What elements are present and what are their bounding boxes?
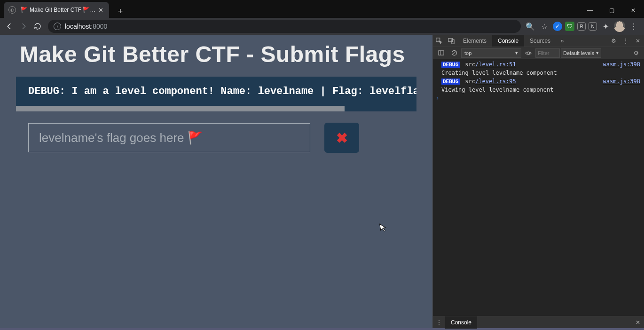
console-settings-icon[interactable]: ⚙	[630, 50, 642, 56]
devtools-tabstrip: Elements Console Sources » ⚙ ⋮ ✕	[433, 35, 644, 47]
tab-elements[interactable]: Elements	[457, 35, 492, 47]
new-tab-button[interactable]: +	[114, 5, 127, 18]
bookmark-star-icon[interactable]: ☆	[539, 21, 550, 32]
log-link[interactable]: wasm.js:398	[603, 78, 640, 85]
tab-title: Make Git Better CTF 🚩 Subm	[30, 7, 97, 13]
levels-label: Default levels	[563, 50, 594, 56]
url-text: localhost:8000	[65, 23, 107, 30]
devtools-close-icon[interactable]: ✕	[632, 35, 644, 47]
context-label: top	[464, 50, 471, 56]
window-controls: — ▢ ✕	[579, 3, 644, 18]
log-badge: DEBUG	[441, 62, 460, 68]
browser-tab[interactable]: ◐ 🚩 Make Git Better CTF 🚩 Subm ✕	[4, 2, 109, 18]
console-toolbar: top▾ Default levels▾ ⚙	[433, 47, 644, 59]
console-filter-input[interactable]	[535, 48, 560, 58]
site-info-icon[interactable]: i	[54, 23, 61, 30]
extension-n-icon[interactable]: N	[589, 22, 597, 31]
drawer-close-icon[interactable]: ✕	[632, 319, 644, 326]
favicon-icon: ◐	[8, 6, 16, 14]
window-bottom-border	[0, 328, 644, 330]
address-bar[interactable]: i localhost:8000	[48, 20, 521, 33]
cross-icon: ✖	[336, 130, 348, 146]
tab-close-button[interactable]: ✕	[97, 6, 104, 14]
drawer-menu-icon[interactable]: ⋮	[433, 319, 445, 326]
scrollbar-thumb[interactable]	[16, 106, 345, 111]
console-output[interactable]: DEBUG src/level.rs:51 wasm.js:398 Creati…	[433, 59, 644, 316]
live-expression-icon[interactable]	[522, 50, 534, 56]
flag-icon: 🚩	[21, 7, 28, 13]
flag-submit-row: ✖	[28, 123, 432, 153]
devtools-drawer: ⋮ Console ✕	[433, 316, 644, 328]
debug-banner: DEBUG: I am a level component! Name: lev…	[16, 77, 416, 106]
log-badge: DEBUG	[441, 79, 460, 85]
console-log-entry: DEBUG src/level.rs:95 wasm.js:398 Viewin…	[433, 77, 644, 94]
log-source: src/level.rs:95	[465, 78, 516, 85]
chevron-down-icon: ▾	[596, 50, 599, 56]
browser-toolbar: i localhost:8000 🔍 ☆ ✓ 🛡 R N ✦ ⋮	[0, 18, 644, 35]
device-toolbar-icon[interactable]	[445, 35, 457, 47]
clear-console-icon[interactable]	[448, 50, 460, 56]
horizontal-scrollbar[interactable]	[16, 106, 416, 111]
page-title: Make Git Better CTF - Submit Flags	[0, 35, 432, 74]
extension-blue-icon[interactable]: ✓	[553, 22, 562, 31]
log-levels-selector[interactable]: Default levels▾	[561, 48, 601, 58]
svg-point-7	[527, 52, 529, 54]
context-selector[interactable]: top▾	[461, 48, 521, 58]
console-sidebar-toggle-icon[interactable]	[435, 50, 447, 56]
svg-rect-3	[438, 51, 443, 55]
flag-input[interactable]	[39, 131, 299, 145]
browser-menu-icon[interactable]: ⋮	[628, 21, 639, 32]
flag-input-container	[28, 123, 310, 152]
profile-avatar[interactable]	[614, 21, 625, 32]
tab-console[interactable]: Console	[492, 35, 524, 47]
inspect-element-icon[interactable]	[433, 35, 445, 47]
devtools-settings-icon[interactable]: ⚙	[607, 35, 620, 47]
page-content: Make Git Better CTF - Submit Flags DEBUG…	[0, 35, 432, 328]
mouse-cursor-icon	[379, 222, 388, 233]
devtools-menu-icon[interactable]: ⋮	[620, 35, 632, 47]
log-message: Viewing level levelname component	[441, 86, 640, 94]
submit-flag-button[interactable]: ✖	[324, 123, 359, 153]
debug-text: DEBUG: I am a level component! Name: lev…	[28, 86, 416, 97]
log-link[interactable]: wasm.js:398	[603, 61, 640, 68]
tab-sources[interactable]: Sources	[524, 35, 556, 47]
extension-icons: 🔍 ☆ ✓ 🛡 R N ✦ ⋮	[525, 21, 641, 32]
back-button[interactable]	[3, 20, 16, 33]
window-close-button[interactable]: ✕	[622, 3, 644, 18]
browser-window: ◐ 🚩 Make Git Better CTF 🚩 Subm ✕ + — ▢ ✕…	[0, 0, 644, 330]
log-source: src/level.rs:51	[465, 61, 516, 68]
devtools-panel: Elements Console Sources » ⚙ ⋮ ✕ top	[432, 35, 644, 328]
console-log-entry: DEBUG src/level.rs:51 wasm.js:398 Creati…	[433, 60, 644, 77]
minimize-button[interactable]: —	[579, 3, 601, 18]
more-tabs-icon[interactable]: »	[556, 35, 568, 47]
tab-strip: ◐ 🚩 Make Git Better CTF 🚩 Subm ✕ + — ▢ ✕	[0, 0, 644, 18]
chevron-down-icon: ▾	[515, 50, 518, 56]
svg-line-6	[452, 51, 456, 55]
extensions-puzzle-icon[interactable]: ✦	[600, 21, 611, 32]
zoom-icon[interactable]: 🔍	[525, 21, 536, 32]
forward-button[interactable]	[17, 20, 30, 33]
extension-box-icon[interactable]: R	[577, 22, 586, 31]
extension-shield-icon[interactable]: 🛡	[565, 22, 574, 31]
viewport: Make Git Better CTF - Submit Flags DEBUG…	[0, 35, 644, 328]
log-message: Creating level levelname component	[441, 69, 640, 77]
drawer-console-tab[interactable]: Console	[445, 316, 477, 329]
maximize-button[interactable]: ▢	[601, 3, 622, 18]
console-prompt[interactable]: ›	[433, 94, 644, 102]
reload-button[interactable]	[31, 20, 44, 33]
